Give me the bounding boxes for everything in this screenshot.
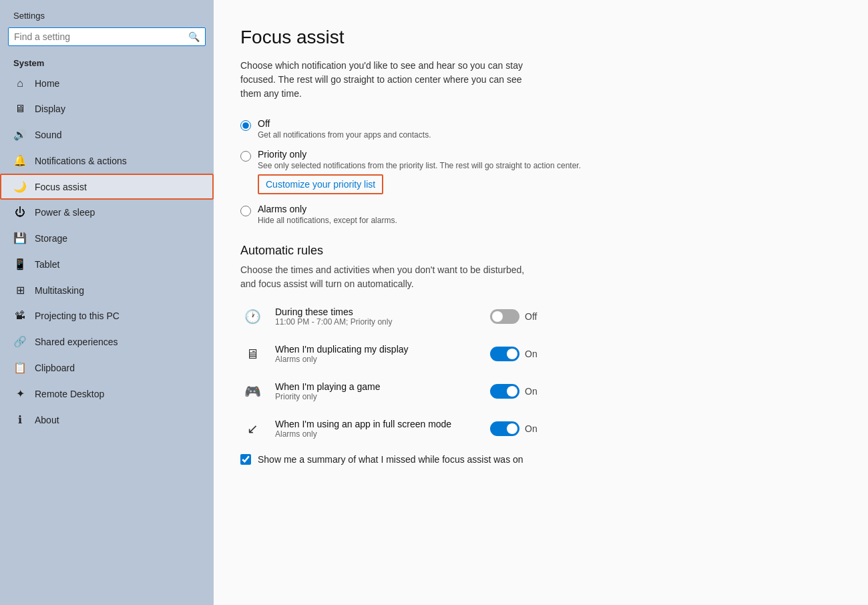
main-content: Focus assist Choose which notification y… — [214, 0, 868, 605]
duplicating-display-toggle-area: On — [490, 347, 541, 361]
tablet-icon: 📱 — [13, 258, 27, 270]
auto-rules-desc: Choose the times and activities when you… — [240, 263, 534, 291]
summary-checkbox[interactable] — [240, 454, 251, 465]
playing-game-subtitle: Priority only — [275, 392, 479, 401]
radio-priority[interactable] — [240, 151, 251, 162]
search-icon: 🔍 — [188, 31, 200, 42]
system-section-label: System — [0, 54, 214, 71]
sidebar-item-label-storage: Storage — [35, 233, 67, 244]
sidebar-item-tablet[interactable]: 📱Tablet — [0, 251, 214, 277]
fullscreen-app-icon: ↙ — [240, 417, 264, 441]
playing-game-title: When I'm playing a game — [275, 381, 479, 392]
during-times-toggle-area: Off — [490, 309, 541, 324]
rule-row-playing-game: 🎮When I'm playing a gamePriority onlyOn — [240, 379, 541, 403]
page-title: Focus assist — [240, 27, 835, 48]
sidebar-item-label-remote: Remote Desktop — [35, 389, 104, 399]
sidebar-item-label-about: About — [35, 415, 59, 425]
remote-icon: ✦ — [13, 387, 27, 400]
duplicating-display-toggle[interactable] — [490, 347, 519, 361]
duplicating-display-text: When I'm duplicating my displayAlarms on… — [275, 344, 479, 364]
fullscreen-app-subtitle: Alarms only — [275, 429, 479, 439]
playing-game-toggle-label: On — [525, 386, 541, 397]
sidebar-item-power-sleep[interactable]: ⏻Power & sleep — [0, 200, 214, 225]
nav-list: ⌂Home🖥Display🔊Sound🔔Notifications & acti… — [0, 71, 214, 433]
duplicating-display-toggle-label: On — [525, 349, 541, 359]
radio-alarms-label: Alarms only — [258, 204, 397, 214]
sidebar-item-display[interactable]: 🖥Display — [0, 96, 214, 122]
rule-row-during-times: 🕐During these times11:00 PM - 7:00 AM; P… — [240, 305, 541, 329]
search-box[interactable]: 🔍 — [8, 27, 206, 46]
sidebar-item-label-projecting: Projecting to this PC — [35, 311, 120, 321]
sidebar-item-label-shared: Shared experiences — [35, 337, 118, 347]
shared-icon: 🔗 — [13, 335, 27, 348]
playing-game-text: When I'm playing a gamePriority only — [275, 381, 479, 401]
playing-game-toggle[interactable] — [490, 384, 519, 399]
radio-alarms-desc: Hide all notifications, except for alarm… — [258, 216, 397, 225]
sidebar-item-clipboard[interactable]: 📋Clipboard — [0, 355, 214, 381]
radio-alarms[interactable] — [240, 206, 251, 216]
sidebar-item-focus-assist[interactable]: 🌙Focus assist — [0, 174, 214, 200]
radio-option-priority: Priority only See only selected notifica… — [240, 149, 835, 194]
radio-option-off: Off Get all notifications from your apps… — [240, 118, 835, 140]
sidebar-item-sound[interactable]: 🔊Sound — [0, 122, 214, 148]
sidebar-item-label-multitasking: Multitasking — [35, 285, 84, 296]
radio-group: Off Get all notifications from your apps… — [240, 118, 835, 225]
sidebar-item-projecting[interactable]: 📽Projecting to this PC — [0, 303, 214, 329]
duplicating-display-toggle-knob — [507, 349, 517, 359]
radio-off[interactable] — [240, 120, 251, 131]
rule-row-duplicating-display: 🖥When I'm duplicating my displayAlarms o… — [240, 342, 541, 366]
display-icon: 🖥 — [13, 103, 27, 115]
sidebar-item-label-tablet: Tablet — [35, 259, 59, 270]
playing-game-toggle-area: On — [490, 384, 541, 399]
rule-row-fullscreen-app: ↙When I'm using an app in full screen mo… — [240, 417, 541, 441]
radio-priority-desc: See only selected notifications from the… — [258, 161, 581, 170]
about-icon: ℹ — [13, 413, 27, 426]
fullscreen-app-toggle[interactable] — [490, 421, 519, 436]
during-times-icon: 🕐 — [240, 305, 264, 329]
sidebar-item-label-power-sleep: Power & sleep — [35, 207, 95, 218]
page-description: Choose which notification you'd like to … — [240, 59, 534, 101]
fullscreen-app-toggle-area: On — [490, 421, 541, 436]
during-times-text: During these times11:00 PM - 7:00 AM; Pr… — [275, 307, 479, 327]
sidebar-item-multitasking[interactable]: ⊞Multitasking — [0, 277, 214, 303]
sidebar-item-label-clipboard: Clipboard — [35, 363, 75, 373]
during-times-toggle-label: Off — [525, 311, 541, 322]
radio-option-alarms: Alarms only Hide all notifications, exce… — [240, 204, 835, 225]
sound-icon: 🔊 — [13, 128, 27, 141]
sidebar-item-label-home: Home — [35, 78, 59, 89]
duplicating-display-title: When I'm duplicating my display — [275, 344, 479, 355]
summary-checkbox-label: Show me a summary of what I missed while… — [258, 454, 523, 465]
storage-icon: 💾 — [13, 232, 27, 244]
radio-off-label: Off — [258, 118, 431, 129]
sidebar-item-notifications[interactable]: 🔔Notifications & actions — [0, 148, 214, 174]
sidebar-item-home[interactable]: ⌂Home — [0, 71, 214, 96]
power-sleep-icon: ⏻ — [13, 206, 27, 218]
priority-link-box: Customize your priority list — [258, 174, 383, 194]
sidebar-item-about[interactable]: ℹAbout — [0, 407, 214, 433]
during-times-subtitle: 11:00 PM - 7:00 AM; Priority only — [275, 317, 479, 327]
radio-off-desc: Get all notifications from your apps and… — [258, 130, 431, 140]
sidebar-item-label-display: Display — [35, 104, 65, 114]
duplicating-display-icon: 🖥 — [240, 342, 264, 366]
focus-assist-icon: 🌙 — [13, 180, 27, 193]
home-icon: ⌂ — [13, 77, 27, 89]
radio-priority-label: Priority only — [258, 149, 581, 160]
sidebar-item-label-sound: Sound — [35, 130, 61, 140]
playing-game-icon: 🎮 — [240, 379, 264, 403]
fullscreen-app-toggle-label: On — [525, 423, 541, 434]
clipboard-icon: 📋 — [13, 361, 27, 374]
sidebar-item-label-focus-assist: Focus assist — [35, 182, 87, 192]
search-input[interactable] — [14, 31, 188, 42]
sidebar-item-storage[interactable]: 💾Storage — [0, 225, 214, 251]
summary-checkbox-row: Show me a summary of what I missed while… — [240, 454, 835, 465]
duplicating-display-subtitle: Alarms only — [275, 355, 479, 364]
fullscreen-app-text: When I'm using an app in full screen mod… — [275, 419, 479, 439]
app-title: Settings — [0, 0, 214, 27]
sidebar-item-remote[interactable]: ✦Remote Desktop — [0, 381, 214, 407]
during-times-toggle[interactable] — [490, 309, 519, 324]
sidebar-item-label-notifications: Notifications & actions — [35, 156, 127, 166]
sidebar-item-shared[interactable]: 🔗Shared experiences — [0, 329, 214, 355]
customize-priority-link[interactable]: Customize your priority list — [266, 179, 375, 190]
notifications-icon: 🔔 — [13, 154, 27, 167]
rules-list: 🕐During these times11:00 PM - 7:00 AM; P… — [240, 305, 835, 441]
